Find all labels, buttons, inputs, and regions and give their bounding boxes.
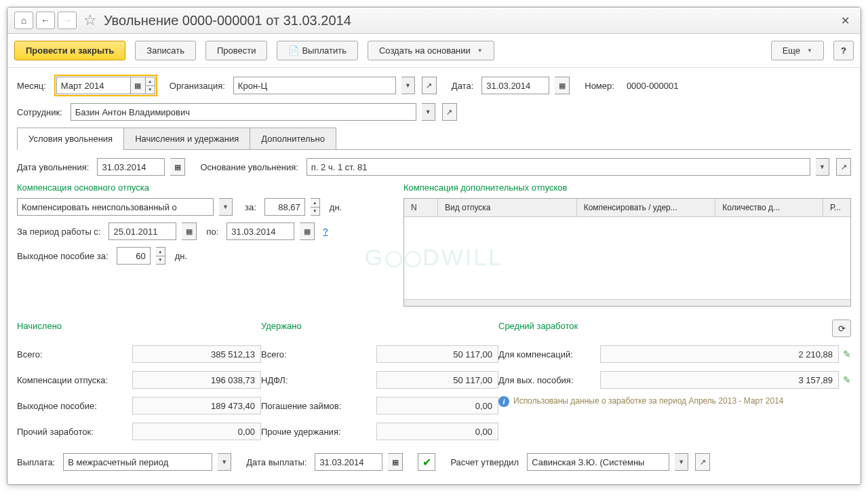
for-sev-label: Для вых. пособия: — [498, 375, 600, 385]
dismissal-reason-label: Основание увольнения: — [200, 162, 298, 172]
dismissal-date-input[interactable]: 31.03.2014 — [97, 158, 165, 176]
month-label: Месяц: — [17, 81, 46, 91]
edit-comp-icon[interactable]: ✎ — [843, 349, 851, 360]
forward-button: → — [58, 12, 77, 29]
approved-dropdown[interactable]: ▼ — [675, 453, 688, 471]
month-calendar-button[interactable]: ▦ — [131, 77, 146, 94]
write-button[interactable]: Записать — [135, 41, 196, 60]
other-w-value: 0,00 — [376, 423, 498, 440]
table-header-type: Вид отпуска — [438, 199, 577, 216]
edit-sev-icon[interactable]: ✎ — [843, 374, 851, 385]
pay-button[interactable]: 📄Выплатить — [277, 41, 358, 60]
withheld-total-label: Всего: — [261, 349, 376, 360]
for-label: за: — [245, 202, 256, 212]
period-to-input[interactable]: 31.03.2014 — [226, 222, 294, 240]
refresh-button[interactable]: ⟳ — [832, 319, 851, 337]
info-icon: i — [498, 396, 509, 407]
additional-vacation-table[interactable]: N Вид отпуска Компенсировать / удер... К… — [403, 198, 851, 307]
employee-label: Сотрудник: — [17, 107, 62, 117]
period-from-calendar[interactable]: ▦ — [182, 222, 197, 240]
dismissal-date-calendar[interactable]: ▦ — [170, 158, 185, 176]
pay-date-label: Дата выплаты: — [246, 457, 307, 467]
table-scrollbar[interactable] — [404, 299, 850, 306]
table-header-n: N — [404, 199, 438, 216]
ndfl-label: НДФЛ: — [261, 375, 376, 385]
window-title: Увольнение 0000-000001 от 31.03.2014 — [104, 13, 351, 28]
dismissal-date-label: Дата увольнения: — [17, 162, 89, 172]
withheld-label: Удержано — [261, 321, 302, 331]
close-button[interactable]: ✕ — [837, 14, 854, 27]
accrued-total-value: 385 512,13 — [132, 345, 261, 363]
back-button[interactable]: ← — [36, 12, 55, 29]
comp-type-dropdown[interactable]: ▼ — [219, 198, 233, 216]
org-open-button[interactable]: ↗ — [422, 77, 437, 94]
date-input[interactable]: 31.03.2014 — [481, 77, 549, 94]
payment-label: Выплата: — [17, 457, 55, 467]
severance-spinner[interactable]: ▲▼ — [156, 247, 165, 265]
table-header-qty: Количество д... — [715, 199, 823, 216]
other-label: Прочий заработок: — [17, 427, 132, 437]
payment-input[interactable]: В межрасчетный период — [63, 453, 212, 471]
comp-add-label: Компенсация дополнительных отпусков — [403, 182, 851, 193]
tab-additional[interactable]: Дополнительно — [250, 128, 336, 149]
approved-label: Расчет утвердил — [450, 457, 519, 467]
severance-days-input[interactable]: 60 — [117, 247, 151, 265]
sev-label: Выходное пособие: — [17, 401, 132, 411]
for-comp-value: 2 210,88 — [600, 345, 839, 363]
info-text: iИспользованы данные о заработке за пери… — [498, 396, 784, 407]
pay-date-input[interactable]: 31.03.2014 — [315, 453, 382, 471]
for-sev-value: 3 157,89 — [600, 371, 839, 389]
post-and-close-button[interactable]: Провести и закрыть — [14, 41, 125, 60]
employee-open-button[interactable]: ↗ — [442, 103, 457, 121]
employee-dropdown[interactable]: ▼ — [422, 103, 435, 121]
for-comp-label: Для компенсаций: — [498, 349, 600, 360]
avg-label: Средний заработок — [498, 321, 578, 331]
accrued-label: Начислено — [17, 321, 62, 331]
table-body[interactable] — [404, 217, 850, 299]
sev-value: 189 473,40 — [132, 397, 261, 414]
days-input[interactable]: 88,67 — [264, 198, 305, 216]
date-label: Дата: — [452, 81, 473, 91]
pay-date-calendar[interactable]: ▦ — [388, 453, 403, 471]
number-label: Номер: — [585, 81, 614, 91]
period-from-input[interactable]: 25.01.2011 — [108, 222, 176, 240]
period-to-calendar[interactable]: ▦ — [300, 222, 315, 240]
employee-input[interactable]: Базин Антон Владимирович — [71, 103, 416, 121]
po-label: по: — [206, 227, 218, 237]
loan-label: Погашение займов: — [261, 401, 376, 411]
severance-unit-label: дн. — [175, 251, 187, 261]
comp-value: 196 038,73 — [132, 371, 261, 389]
favorite-star-icon[interactable]: ☆ — [83, 12, 97, 29]
date-calendar-button[interactable]: ▦ — [555, 77, 570, 94]
table-header-comp: Компенсировать / удер... — [577, 199, 716, 216]
reason-dropdown[interactable]: ▼ — [816, 158, 829, 176]
period-label: За период работы с: — [17, 227, 100, 237]
home-button[interactable]: ⌂ — [14, 12, 33, 29]
more-button[interactable]: Еще — [771, 41, 824, 60]
days-spinner[interactable]: ▲▼ — [311, 198, 320, 216]
tab-accruals[interactable]: Начисления и удержания — [123, 128, 250, 149]
period-help-link[interactable]: ? — [323, 227, 328, 237]
month-spinner[interactable]: ▲▼ — [146, 77, 155, 94]
org-dropdown[interactable]: ▼ — [401, 77, 415, 94]
approved-open-button[interactable]: ↗ — [695, 453, 710, 471]
reason-open-button[interactable]: ↗ — [836, 158, 851, 176]
post-button[interactable]: Провести — [205, 41, 268, 60]
accrued-total-label: Всего: — [17, 349, 132, 360]
help-button[interactable]: ? — [833, 41, 854, 60]
month-input[interactable]: Март 2014 — [56, 77, 131, 94]
other-value: 0,00 — [132, 423, 261, 440]
payment-dropdown[interactable]: ▼ — [218, 453, 231, 471]
days-unit-label: дн. — [330, 202, 342, 212]
approved-input[interactable]: Савинская З.Ю. (Системны — [527, 453, 669, 471]
loan-value: 0,00 — [376, 397, 498, 414]
number-value: 0000-000001 — [623, 77, 717, 94]
dismissal-reason-input[interactable]: п. 2 ч. 1 ст. 81 — [307, 158, 810, 176]
create-based-button[interactable]: Создать на основании — [368, 41, 494, 60]
other-w-label: Прочие удержания: — [261, 427, 376, 437]
ndfl-value: 50 117,00 — [376, 371, 498, 389]
org-input[interactable]: Крон-Ц — [233, 77, 396, 94]
comp-type-input[interactable]: Компенсировать неиспользованный о — [17, 198, 214, 216]
tab-conditions[interactable]: Условия увольнения — [17, 128, 124, 149]
approved-checkbox[interactable]: ✔ — [418, 453, 435, 471]
